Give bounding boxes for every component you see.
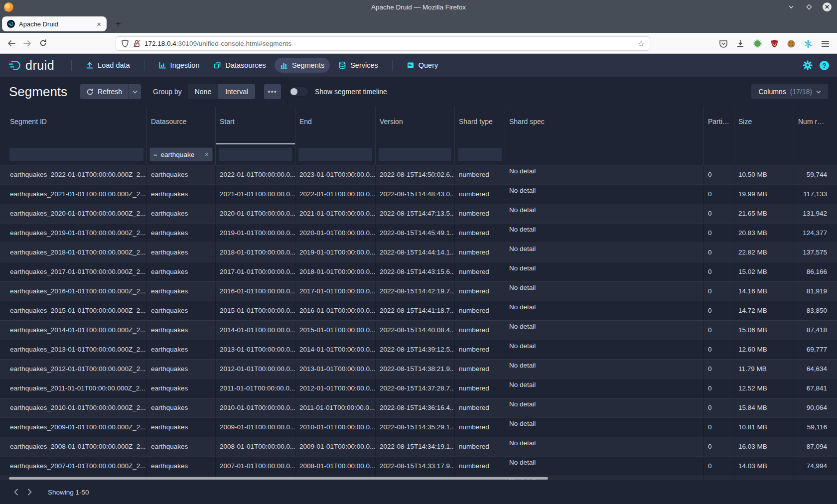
cell-end: 2012-01-01T00:00:00.0...	[295, 379, 376, 398]
column-header-version[interactable]: Version	[376, 107, 455, 144]
segments-table: Segment ID Datasource Start End Version …	[0, 107, 837, 480]
cell-end: 2022-01-01T00:00:00.0...	[295, 185, 376, 204]
group-by-interval-button[interactable]: Interval	[218, 84, 255, 99]
cell-size: 14.03 MB	[734, 457, 794, 476]
cell-shard-spec: No detail	[505, 243, 704, 262]
extension-asterisk-icon[interactable]	[802, 38, 814, 50]
filter-input-start[interactable]	[218, 147, 292, 161]
extension-cookie-icon[interactable]	[785, 38, 797, 50]
shield-icon[interactable]	[121, 39, 129, 48]
downloads-icon[interactable]	[734, 38, 746, 50]
cell-partition: 0	[704, 282, 734, 301]
cell-partition: 0	[704, 243, 734, 262]
nav-services[interactable]: Services	[333, 58, 384, 73]
filter-input-version[interactable]	[378, 147, 452, 161]
cell-num-rows: 137,575	[794, 243, 837, 262]
column-header-datasource[interactable]: Datasource	[147, 107, 216, 144]
table-row: earthquakes_2014-01-01T00:00:00.000Z_2..…	[0, 320, 837, 340]
cell-partition: 0	[704, 360, 734, 378]
column-header-shard-spec[interactable]: Shard spec	[505, 107, 704, 144]
segment-timeline-toggle[interactable]	[289, 87, 309, 97]
nav-load-data[interactable]: Load data	[80, 58, 136, 73]
group-by-none-button[interactable]: None	[188, 84, 218, 99]
datasources-icon	[213, 61, 221, 69]
nav-label: Ingestion	[170, 61, 200, 69]
maximize-icon[interactable]	[804, 2, 814, 12]
filter-input-end[interactable]	[298, 147, 373, 161]
url-bar[interactable]: 172.18.0.4:30109/unified-console.html#se…	[116, 36, 650, 51]
pocket-icon[interactable]	[717, 38, 729, 50]
divider	[144, 60, 144, 71]
cell-segment-id: earthquakes_2015-01-01T00:00:00.000Z_2..…	[0, 301, 147, 320]
druid-brand[interactable]: druid	[8, 58, 54, 73]
more-options-button[interactable]: •••	[264, 84, 281, 99]
cell-num-rows: 69,777	[794, 340, 837, 359]
cell-shard-type: numbered	[455, 224, 505, 243]
refresh-button[interactable]: Refresh	[80, 84, 128, 99]
cell-shard-type: numbered	[455, 262, 505, 281]
minimize-icon[interactable]	[786, 2, 796, 12]
forward-icon[interactable]	[23, 39, 32, 47]
cell-num-rows: 86,166	[794, 262, 837, 281]
column-header-num-rows[interactable]: Num rows	[794, 107, 837, 144]
column-header-size[interactable]: Size	[734, 107, 794, 144]
column-header-end[interactable]: End	[295, 107, 376, 144]
cell-shard-type: numbered	[455, 340, 505, 359]
bookmark-star-icon[interactable]: ☆	[638, 39, 645, 48]
table-row: earthquakes_2021-01-01T00:00:00.000Z_2..…	[0, 184, 837, 204]
close-icon[interactable]: ✕	[822, 2, 832, 12]
extension-privacy-badger-icon[interactable]	[751, 38, 763, 50]
menu-hamburger-icon[interactable]	[819, 38, 831, 50]
group-by-label: Group by	[153, 88, 182, 96]
cell-segment-id: earthquakes_2009-01-01T00:00:00.000Z_2..…	[0, 418, 147, 437]
column-header-segment-id[interactable]: Segment ID	[0, 107, 147, 144]
column-header-shard-type[interactable]: Shard type	[455, 107, 505, 144]
back-icon[interactable]	[7, 39, 16, 47]
cell-partition: 0	[704, 321, 734, 340]
next-page-button[interactable]	[23, 485, 37, 499]
cell-end: 2017-01-01T00:00:00.0...	[295, 282, 376, 301]
settings-gear-icon[interactable]	[803, 60, 813, 70]
filter-remove-icon[interactable]: ×	[205, 150, 209, 158]
cell-partition: 0	[704, 204, 734, 223]
nav-label: Query	[418, 61, 438, 69]
insecure-lock-icon[interactable]	[133, 39, 140, 48]
extension-ublock-icon[interactable]	[768, 38, 780, 50]
table-row: earthquakes_2015-01-01T00:00:00.000Z_2..…	[0, 301, 837, 320]
window-title: Apache Druid — Mozilla Firefox	[0, 0, 837, 14]
table-body: earthquakes_2022-01-01T00:00:00.000Z_2..…	[0, 165, 837, 480]
help-icon[interactable]: ?	[820, 61, 829, 70]
refresh-dropdown-button[interactable]	[128, 84, 141, 99]
table-row: earthquakes_2009-01-01T00:00:00.000Z_2..…	[0, 417, 837, 437]
new-tab-button[interactable]: +	[111, 16, 126, 31]
brand-name: druid	[25, 58, 54, 73]
cell-start: 2008-01-01T00:00:00.0...	[216, 437, 295, 456]
nav-query[interactable]: Query	[401, 58, 444, 73]
prev-page-button[interactable]	[9, 485, 23, 499]
cell-size: 14.16 MB	[734, 282, 794, 301]
columns-button[interactable]: Columns (17/18)	[751, 84, 828, 99]
cell-num-rows: 131,942	[794, 204, 837, 223]
column-header-partition[interactable]: Partiti...	[704, 107, 734, 144]
cell-size: 10.50 MB	[734, 165, 794, 184]
nav-ingestion[interactable]: Ingestion	[153, 58, 205, 73]
cell-segment-id: earthquakes_2020-01-01T00:00:00.000Z_2..…	[0, 204, 147, 223]
cell-start: 2009-01-01T00:00:00.0...	[216, 418, 295, 437]
nav-datasources[interactable]: Datasources	[208, 58, 271, 73]
browser-tab[interactable]: Apache Druid ×	[2, 16, 107, 31]
cell-datasource: earthquakes	[147, 379, 216, 398]
filter-input-segment-id[interactable]	[9, 147, 144, 161]
filter-input-shard-type[interactable]	[457, 147, 502, 161]
nav-segments[interactable]: Segments	[275, 58, 330, 73]
tab-close-icon[interactable]: ×	[95, 20, 103, 28]
column-header-start[interactable]: Start	[216, 107, 295, 144]
cell-size: 19.99 MB	[734, 185, 794, 204]
reload-icon[interactable]	[39, 39, 47, 47]
filter-input-datasource[interactable]: = earthquake ×	[149, 147, 213, 161]
cell-version: 2022-08-15T14:48:43.0...	[376, 185, 455, 204]
table-row: earthquakes_2019-01-01T00:00:00.000Z_2..…	[0, 223, 837, 243]
cell-end: 2014-01-01T00:00:00.0...	[295, 340, 376, 359]
horizontal-scrollbar-thumb[interactable]	[9, 477, 548, 480]
cell-start: 2012-01-01T00:00:00.0...	[216, 360, 295, 378]
cell-num-rows: 90,064	[794, 398, 837, 417]
